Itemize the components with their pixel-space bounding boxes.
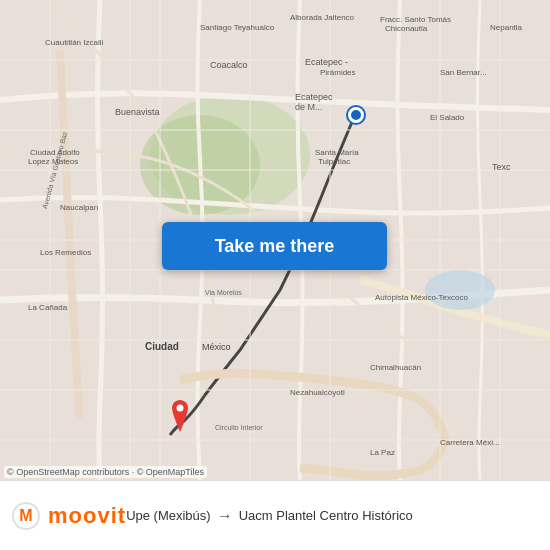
svg-text:Chimalhuacán: Chimalhuacán (370, 363, 421, 372)
svg-text:Alborada Jaltenco: Alborada Jaltenco (290, 13, 355, 22)
svg-text:Ciudad: Ciudad (145, 341, 179, 352)
svg-text:La Cañada: La Cañada (28, 303, 68, 312)
svg-text:México: México (202, 342, 231, 352)
svg-text:Cuautitlán Izcalli: Cuautitlán Izcalli (45, 38, 103, 47)
svg-text:San Bernar...: San Bernar... (440, 68, 487, 77)
svg-text:Los Remedios: Los Remedios (40, 248, 91, 257)
origin-dot (348, 107, 364, 123)
svg-text:Texc: Texc (492, 162, 511, 172)
svg-text:Santiago Teyahualco: Santiago Teyahualco (200, 23, 275, 32)
moovit-icon: M (12, 502, 40, 530)
svg-text:Autopista México-Texcoco: Autopista México-Texcoco (375, 293, 468, 302)
svg-text:de M...: de M... (295, 102, 323, 112)
arrow-icon: → (217, 507, 233, 525)
moovit-logo: M moovit (12, 502, 126, 530)
svg-text:Nezahualcóyotl: Nezahualcóyotl (290, 388, 345, 397)
moovit-brand-text: moovit (48, 503, 126, 529)
svg-text:Ecatepec -: Ecatepec - (305, 57, 348, 67)
svg-text:Chiconautla: Chiconautla (385, 24, 428, 33)
svg-text:Buenavista: Buenavista (115, 107, 160, 117)
svg-text:Via Morelos: Via Morelos (205, 289, 242, 296)
svg-text:Coacalco: Coacalco (210, 60, 248, 70)
origin-label: Upe (Mexibús) (126, 508, 211, 523)
svg-point-51 (177, 405, 184, 412)
svg-text:Fracc. Santo Tomás: Fracc. Santo Tomás (380, 15, 451, 24)
bottom-bar: M moovit Upe (Mexibús) → Uacm Plantel Ce… (0, 480, 550, 550)
svg-text:Carretera Méxi...: Carretera Méxi... (440, 438, 500, 447)
svg-text:Nepantla: Nepantla (490, 23, 523, 32)
map-container: Cuautitlán Izcalli Santiago Teyahualco A… (0, 0, 550, 480)
svg-point-18 (425, 270, 495, 310)
svg-text:Pirámides: Pirámides (320, 68, 356, 77)
svg-text:Tulpetlac: Tulpetlac (318, 157, 350, 166)
svg-text:Circuito Interior: Circuito Interior (215, 424, 263, 431)
svg-text:La Paz: La Paz (370, 448, 395, 457)
destination-pin (168, 400, 192, 432)
map-attribution: © OpenStreetMap contributors · © OpenMap… (4, 466, 207, 478)
svg-text:Ecatepec: Ecatepec (295, 92, 333, 102)
destination-label: Uacm Plantel Centro Histórico (239, 508, 413, 523)
svg-text:Naucalpan: Naucalpan (60, 203, 98, 212)
svg-text:Santa María: Santa María (315, 148, 359, 157)
svg-text:El Salado: El Salado (430, 113, 465, 122)
route-info: Upe (Mexibús) → Uacm Plantel Centro Hist… (126, 507, 538, 525)
take-me-there-button[interactable]: Take me there (162, 222, 387, 270)
